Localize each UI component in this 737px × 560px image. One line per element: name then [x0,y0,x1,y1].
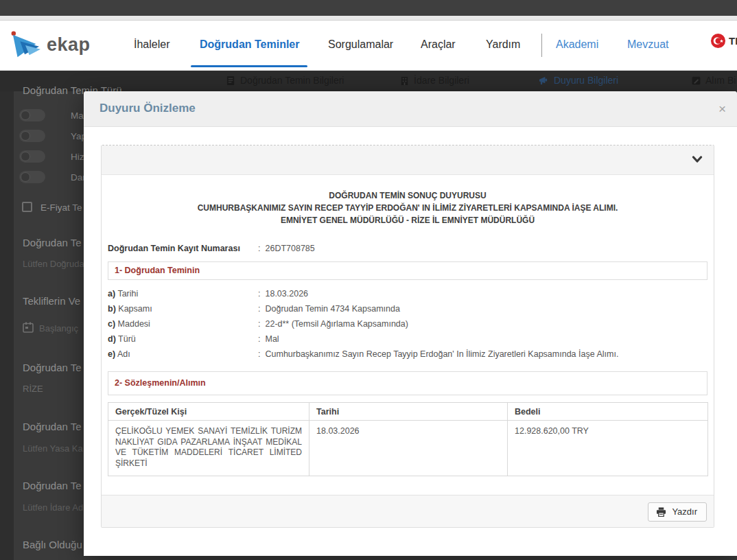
list-item-c: c) Maddesi:22-d** (Temsil Ağırlama Kapsa… [108,316,707,331]
item-value: Cumhurbaşkanımız Sayın Recep Tayyip Erdo… [265,349,618,359]
panel-footer: Yazdır [102,495,714,527]
item-value: 22-d** (Temsil Ağırlama Kapsamında) [265,319,408,329]
top-dark-strip [0,0,737,16]
toggle-mal[interactable] [19,109,45,121]
item-key: e) [108,349,115,359]
main-navbar: ekap İhaleler Doğrudan Teminler Sorgulam… [0,21,737,71]
active-tab-underline [191,65,307,67]
cell-tarih: 18.03.2026 [309,421,508,476]
toggle-knob [21,172,30,182]
colon: : [258,304,260,314]
nav-item-araclar[interactable]: Araçlar [421,38,456,51]
document-icon [226,76,235,85]
item-label: Adı [117,349,130,359]
item-value: Doğrudan Temin 4734 Kapsamında [265,304,399,314]
record-number-row: Doğrudan Temin Kayıt Numarası:26DT708785 [108,244,707,253]
modal-body: DOĞRUDAN TEMİN SONUÇ DUYURUSU CUMHURBAŞK… [84,127,737,528]
toggle-label-hizmet: Hiz [71,152,84,162]
nav-item-dogrudan-teminler[interactable]: Doğrudan Teminler [200,38,300,51]
top-sub-strip [0,16,737,21]
toggle-hizmet[interactable] [19,150,45,163]
print-button-label: Yazdır [672,506,697,517]
nav-item-ihaleler[interactable]: İhaleler [134,38,169,51]
nav-item-akademi[interactable]: Akademi [556,38,598,51]
sidebar-input-placeholder[interactable]: Lütfen İdare Ad [23,502,83,513]
sidebar-input-placeholder[interactable]: Lütfen Yasa Ka [23,443,83,454]
sidebar-input-placeholder[interactable]: Lütfen Doğruda [23,259,84,269]
print-button[interactable]: Yazdır [648,502,707,522]
table-header-row: Gerçek/Tüzel Kişi Tarihi Bedeli [108,403,708,421]
checkbox-e-fiyat[interactable] [22,202,32,212]
nav-item-sorgulamalar[interactable]: Sorgulamalar [328,38,393,51]
cell-bedel: 12.928.620,00 TRY [508,421,708,476]
item-key: c) [108,319,115,329]
chevron-down-icon[interactable] [692,155,703,164]
list-item-a: a) Tarihi:18.03.2026 [108,286,707,301]
tab-idare-bilgileri[interactable]: İdare Bilgileri [400,75,469,86]
toggle-label-mal: Ma [71,110,84,121]
left-gutter [0,71,14,560]
tab-alim-bilgileri[interactable]: Alım Bi [692,75,736,86]
announcement-panel: DOĞRUDAN TEMİN SONUÇ DUYURUSU CUMHURBAŞK… [101,145,714,528]
language-label: TR [729,35,737,47]
document-title-line2: CUMHURBAŞKANIMIZ SAYIN RECEP TAYYİP ERDO… [108,202,707,213]
item-label: Kapsamı [118,304,152,314]
section1-header: 1- Doğrudan Teminin [108,261,707,280]
printer-icon [656,507,666,517]
colon: : [258,319,260,329]
checkbox-label-e-fiyat: E-Fiyat Te [40,202,82,213]
modal-header: Duyuru Önizleme × [84,91,737,127]
table-row: ÇELİKOĞLU YEMEK SANAYİ TEMİZLİK TURİZM N… [108,421,708,476]
building-icon [400,76,409,85]
nav-divider [541,34,542,57]
megaphone-icon [539,76,549,85]
calendar-icon [23,322,34,333]
cell-kisi: ÇELİKOĞLU YEMEK SANAYİ TEMİZLİK TURİZM N… [108,421,309,476]
item-label: Maddesi [118,319,150,329]
document-title-line1: DOĞRUDAN TEMİN SONUÇ DUYURUSU [108,190,707,201]
col-header-tarih: Tarihi [309,403,508,421]
record-number-value: 26DT708785 [265,244,314,253]
list-item-d: d) Türü:Mal [108,331,707,347]
document-title-line3: EMNİYET GENEL MÜDÜRLÜĞÜ - RİZE İL EMNİYE… [108,215,707,226]
toggle-knob [21,110,30,120]
brand-name: ekap [47,34,91,56]
item-key: b) [108,304,116,314]
item-key: d) [108,334,116,344]
section2-header: 2- Sözleşmenin/Alımın [108,371,707,395]
ekap-page: ekap İhaleler Doğrudan Teminler Sorgulam… [0,0,737,560]
panel-header [102,145,714,175]
sidebar-date-start[interactable]: Başlangıç [39,323,78,334]
tab-label: İdare Bilgileri [414,75,469,86]
toggle-danismanlik[interactable] [19,171,45,183]
ekap-logo-icon [10,30,41,59]
language-selector[interactable]: TR [710,33,737,49]
section1-list: a) Tarihi:18.03.2026 b) Kapsamı:Doğrudan… [108,286,707,362]
item-value: Mal [265,334,279,344]
tab-label: Doğrudan Temin Bilgileri [240,75,344,86]
close-icon[interactable]: × [716,100,729,118]
brand[interactable]: ekap [10,30,91,59]
record-number-label: Doğrudan Temin Kayıt Numarası [108,244,258,253]
turkish-flag-icon [710,33,726,49]
item-label: Tarihi [117,289,138,299]
duyuru-onizleme-modal: Duyuru Önizleme × DOĞRUDAN TEMİN SONUÇ D… [84,91,737,556]
item-value: 18.03.2026 [265,289,308,299]
sidebar-heading: Doğrudan Te [23,421,82,432]
nav-item-yardim[interactable]: Yardım [486,38,520,51]
nav-item-mevzuat[interactable]: Mevzuat [627,38,668,51]
toggle-yapim[interactable] [19,130,45,142]
tab-duyuru-bilgileri[interactable]: Duyuru Bilgileri [539,75,618,86]
edit-icon [692,76,701,85]
sidebar-heading: Tekliflerin Ve [23,295,80,307]
sidebar-heading: Bağlı Olduğu [23,539,82,550]
announcement-document: DOĞRUDAN TEMİN SONUÇ DUYURUSU CUMHURBAŞK… [102,175,714,476]
sidebar-heading: Doğrudan Te [23,362,82,373]
sidebar-heading: Doğrudan Te [23,237,82,248]
tab-dogrudan-temin-bilgileri[interactable]: Doğrudan Temin Bilgileri [226,75,344,86]
toggle-knob [21,131,30,141]
sidebar-selected-province[interactable]: RİZE [23,384,43,394]
item-key: a) [108,289,115,299]
toggle-knob [21,152,30,161]
tab-label: Alım Bi [705,75,736,86]
